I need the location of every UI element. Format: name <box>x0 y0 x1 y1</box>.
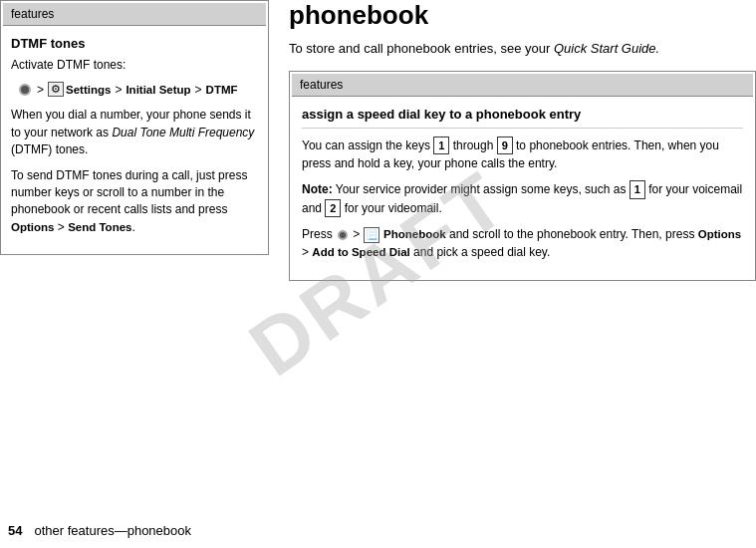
initial-setup-label: Initial Setup <box>126 84 190 96</box>
options-bold: Options <box>11 221 54 233</box>
phonebook-icon: 📃 <box>364 227 379 243</box>
dtmf-tones-title: DTMF tones <box>11 36 258 51</box>
page-title: phonebook <box>289 0 756 31</box>
page-number: 54 <box>8 523 22 538</box>
send-tones-bold: Send Tones <box>68 221 131 233</box>
page-footer: 54 other features—phonebook <box>0 523 269 538</box>
right-column: phonebook To store and call phonebook en… <box>269 0 756 548</box>
page-container: features DTMF tones Activate DTMF tones:… <box>0 0 756 548</box>
features-header-label-left: features <box>11 7 54 21</box>
features-header-left: features <box>3 3 266 26</box>
dtmf-para3: To send DTMF tones during a call, just p… <box>11 167 258 237</box>
settings-icon: ⚙ <box>48 82 64 97</box>
dtmf-para1: Activate DTMF tones: <box>11 57 258 74</box>
note-key-1: 1 <box>630 180 645 199</box>
dtmf-para2: When you dial a number, your phone sends… <box>11 107 258 158</box>
press-dot-icon <box>338 230 348 240</box>
features-header-label-right: features <box>300 78 343 92</box>
assign-para1: You can assign the keys 1 through 9 to p… <box>302 137 743 173</box>
quick-start-italic: Quick Start Guide. <box>554 41 659 56</box>
left-column: features DTMF tones Activate DTMF tones:… <box>0 0 269 548</box>
press-para: Press > 📃 Phonebook and scroll to the ph… <box>302 225 743 262</box>
note-bold: Note: <box>302 182 333 196</box>
key-1: 1 <box>433 137 449 155</box>
through-text: through <box>453 138 494 152</box>
features-table-right: features assign a speed dial key to a ph… <box>289 71 756 281</box>
dtmf-italic: Dual Tone Multi Frequency <box>112 126 254 139</box>
note-key-2: 2 <box>325 199 341 218</box>
menu-path: > ⚙ Settings > Initial Setup > DTMF <box>19 82 258 97</box>
features-table-left: features DTMF tones Activate DTMF tones:… <box>0 0 269 255</box>
features-header-right: features <box>292 74 753 97</box>
settings-label: Settings <box>66 84 111 96</box>
features-content-left: DTMF tones Activate DTMF tones: > ⚙ Sett… <box>3 28 266 252</box>
gt1: > <box>37 83 44 97</box>
nav-dot-icon <box>19 84 31 96</box>
intro-text: To store and call phonebook entries, see… <box>289 39 756 59</box>
assign-title: assign a speed dial key to a phonebook e… <box>302 107 743 129</box>
options-bold-right: Options <box>698 228 741 240</box>
gt2: > <box>115 83 122 97</box>
footer-text: other features—phonebook <box>34 523 191 538</box>
key-9: 9 <box>497 137 513 155</box>
note-text: Note: Your service provider might assign… <box>302 180 743 217</box>
dtmf-label: DTMF <box>206 84 238 96</box>
features-content-right: assign a speed dial key to a phonebook e… <box>292 99 753 278</box>
add-to-speed-dial: Add to Speed Dial <box>312 246 409 258</box>
gt3: > <box>195 83 202 97</box>
phonebook-label: Phonebook <box>383 228 446 240</box>
